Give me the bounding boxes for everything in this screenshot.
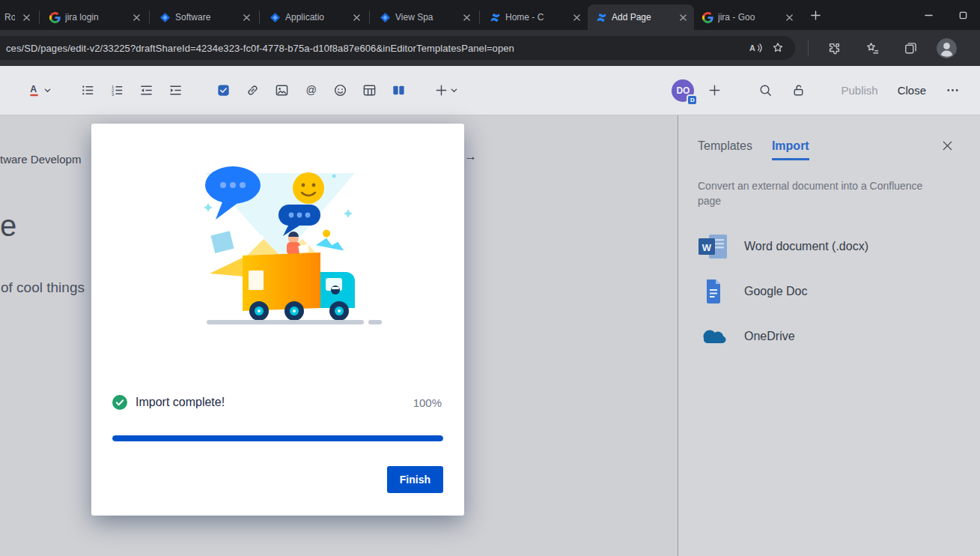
extensions-puzzle-icon[interactable] xyxy=(821,35,847,61)
new-tab-button[interactable] xyxy=(803,3,827,27)
browser-tab-view-space[interactable]: View Spa xyxy=(371,4,478,30)
layout-columns-button[interactable] xyxy=(386,78,411,103)
import-option-google-doc[interactable]: Google Doc xyxy=(698,269,958,314)
favorites-hub-icon[interactable] xyxy=(859,35,885,61)
numbered-list-button[interactable]: 123 xyxy=(104,78,130,103)
close-editor-button[interactable]: Close xyxy=(892,79,932,101)
import-illustration xyxy=(162,161,394,341)
minimize-button[interactable] xyxy=(911,0,946,30)
tab-separator xyxy=(259,10,260,24)
link-button[interactable] xyxy=(240,78,265,103)
editor-toolbar-right: DO D Publish Close xyxy=(672,78,965,103)
collaborator-avatar[interactable]: DO D xyxy=(672,79,694,102)
browser-tab-home[interactable]: Home - C xyxy=(481,4,588,30)
import-status-text: Import complete! xyxy=(136,396,225,409)
arrow-right-icon: → xyxy=(464,149,477,164)
favorite-star-icon[interactable] xyxy=(767,37,789,59)
text-color-button[interactable]: A xyxy=(27,78,52,103)
import-status-row: Import complete! 100% xyxy=(112,395,442,410)
indent-button[interactable] xyxy=(162,78,188,103)
avatar-badge: D xyxy=(687,94,698,106)
tab-title: Add Page xyxy=(612,12,672,22)
collections-icon[interactable] xyxy=(898,35,924,61)
import-option-onedrive[interactable]: OneDrive xyxy=(698,314,958,359)
google-favicon xyxy=(701,11,713,23)
tab-close-icon[interactable] xyxy=(460,10,473,24)
tab-close-icon[interactable] xyxy=(350,10,363,24)
progress-bar xyxy=(112,435,443,441)
import-options: W Word document (.docx) Google Doc OneDr… xyxy=(698,224,958,359)
import-option-label: OneDrive xyxy=(744,330,795,343)
tab-title: Home - C xyxy=(505,12,565,22)
tab-close-icon[interactable] xyxy=(570,10,583,24)
browser-tab-add-page[interactable]: Add Page xyxy=(588,4,694,30)
import-option-word[interactable]: W Word document (.docx) xyxy=(698,224,958,269)
jira-favicon xyxy=(269,11,281,23)
browser-tab-round[interactable]: Round xyxy=(0,4,37,30)
browser-address-bar: ces/SD/pages/edit-v2/33225?draftShareId=… xyxy=(0,30,980,66)
word-icon: W xyxy=(698,234,729,259)
svg-text:W: W xyxy=(702,241,712,253)
google-favicon xyxy=(49,11,61,23)
content-text-fragment: e xyxy=(0,209,16,243)
chevron-down-icon xyxy=(43,86,52,94)
tab-close-icon[interactable] xyxy=(240,10,253,24)
tab-close-icon[interactable] xyxy=(130,10,143,24)
publish-button[interactable]: Publish xyxy=(835,79,883,101)
tab-separator xyxy=(369,10,370,24)
mention-button[interactable]: @ xyxy=(298,78,323,103)
onedrive-icon xyxy=(698,327,729,346)
profile-avatar[interactable] xyxy=(937,38,957,58)
unlock-button[interactable] xyxy=(785,78,811,103)
screen: Round jira login Software Applicatio Vie… xyxy=(0,0,980,556)
success-check-icon xyxy=(112,395,127,410)
tab-separator xyxy=(149,10,150,24)
emoji-button[interactable] xyxy=(327,78,353,103)
tab-separator xyxy=(479,10,480,24)
tab-close-icon[interactable] xyxy=(19,10,33,24)
jira-favicon xyxy=(379,11,391,23)
image-button[interactable] xyxy=(269,78,294,103)
outdent-button[interactable] xyxy=(133,78,159,103)
tab-templates[interactable]: Templates xyxy=(698,139,752,158)
browser-tab-application[interactable]: Applicatio xyxy=(261,4,368,30)
browser-tab-jira-login[interactable]: jira login xyxy=(41,4,147,30)
url-field[interactable]: ces/SD/pages/edit-v2/33225?draftShareId=… xyxy=(0,36,795,60)
svg-text:@: @ xyxy=(305,84,316,96)
confluence-favicon xyxy=(489,11,501,23)
tab-title: jira login xyxy=(65,12,125,22)
browser-tab-jira-google[interactable]: jira - Goo xyxy=(694,4,800,30)
svg-text:A: A xyxy=(30,84,37,94)
editor-toolbar: A 123 @ DO D Publis xyxy=(0,66,980,115)
url-text[interactable]: ces/SD/pages/edit-v2/33225?draftShareId=… xyxy=(6,43,744,54)
panel-tabs: Templates Import xyxy=(698,139,958,160)
import-option-label: Word document (.docx) xyxy=(744,240,868,253)
browser-tab-software[interactable]: Software xyxy=(151,4,258,30)
progress-percent: 100% xyxy=(413,396,442,409)
more-options-button[interactable] xyxy=(940,78,965,103)
svg-text:3: 3 xyxy=(111,92,113,97)
tab-separator xyxy=(39,10,40,24)
tab-import[interactable]: Import xyxy=(772,139,809,160)
finish-button[interactable]: Finish xyxy=(387,466,443,493)
table-button[interactable] xyxy=(356,78,382,103)
insert-more-button[interactable] xyxy=(433,78,459,103)
task-list-button[interactable] xyxy=(210,78,236,103)
bullet-list-button[interactable] xyxy=(75,78,100,103)
tab-close-icon[interactable] xyxy=(676,10,690,24)
google-doc-icon xyxy=(698,279,729,303)
tab-close-icon[interactable] xyxy=(782,10,796,24)
tab-title: Round xyxy=(4,12,15,22)
read-aloud-icon[interactable]: A xyxy=(744,37,767,59)
content-text-fragment: of cool things xyxy=(1,279,85,296)
chevron-down-icon xyxy=(450,86,458,94)
toolbar-divider xyxy=(808,40,809,55)
maximize-button[interactable] xyxy=(946,0,980,30)
templates-import-panel: Templates Import Convert an external doc… xyxy=(678,115,980,556)
search-button[interactable] xyxy=(752,78,778,103)
close-icon[interactable] xyxy=(940,138,955,153)
svg-text:A: A xyxy=(749,43,755,52)
content-text-fragment: tware Developm xyxy=(0,153,81,166)
add-collaborator-button[interactable] xyxy=(701,78,727,103)
browser-tab-strip: Round jira login Software Applicatio Vie… xyxy=(0,0,980,30)
